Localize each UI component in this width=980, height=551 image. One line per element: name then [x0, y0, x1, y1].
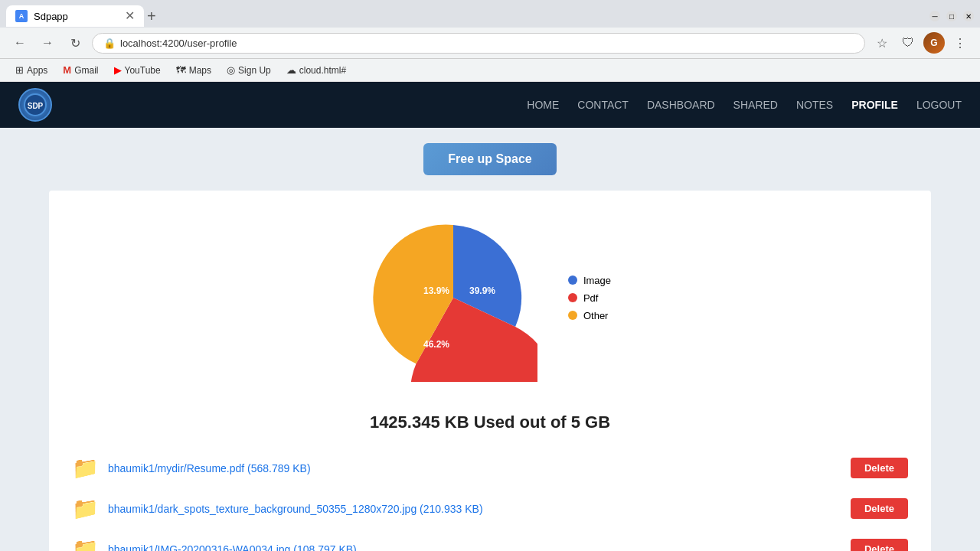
legend-image: Image: [568, 275, 611, 286]
page-content: Free up Space: [0, 128, 980, 551]
nav-notes[interactable]: NOTES: [796, 99, 833, 111]
cloud-icon: ☁: [286, 64, 296, 76]
svg-text:46.2%: 46.2%: [423, 339, 449, 350]
folder-icon-0: 📁: [72, 455, 99, 481]
maximize-button[interactable]: □: [946, 11, 957, 21]
storage-info: 1425.345 KB Used out of 5 GB: [72, 412, 908, 432]
file-item-1: 📁 bhaumik1/dark_spots_texture_background…: [72, 496, 908, 521]
bookmark-signup-label: Sign Up: [238, 65, 271, 76]
tab-title: Sdpapp: [34, 11, 68, 22]
legend-image-label: Image: [583, 275, 611, 286]
tab-favicon: A: [15, 10, 28, 22]
folder-icon-2: 📁: [72, 536, 99, 551]
window-controls: ─ □ ✕: [929, 11, 974, 21]
chart-container: 39.9% 46.2% 13.9% Image Pdf: [72, 214, 908, 382]
legend-other-label: Other: [583, 310, 609, 321]
file-name-2: bhaumik1/IMG-20200316-WA0034.jpg (108.79…: [108, 543, 841, 552]
menu-button[interactable]: ⋮: [949, 32, 971, 54]
file-item-2: 📁 bhaumik1/IMG-20200316-WA0034.jpg (108.…: [72, 536, 908, 551]
legend-pdf: Pdf: [568, 292, 611, 304]
legend-pdf-label: Pdf: [583, 292, 599, 304]
file-name-1: bhaumik1/dark_spots_texture_background_5…: [108, 503, 841, 515]
forward-button[interactable]: →: [37, 32, 58, 54]
bookmark-signup[interactable]: ◎ Sign Up: [220, 62, 277, 78]
delete-button-0[interactable]: Delete: [851, 458, 908, 478]
free-up-space-button[interactable]: Free up Space: [423, 143, 556, 175]
signup-icon: ◎: [227, 64, 235, 76]
legend-other-dot: [568, 311, 577, 320]
apps-icon: ⊞: [15, 64, 24, 76]
youtube-icon: ▶: [114, 64, 122, 76]
address-bar[interactable]: 🔒 localhost:4200/user-profile: [92, 33, 865, 54]
chart-legend: Image Pdf Other: [568, 275, 611, 321]
file-name-0: bhaumik1/mydir/Resume.pdf (568.789 KB): [108, 462, 841, 474]
bookmark-cloud-label: cloud.html#: [299, 65, 346, 76]
bookmark-gmail-label: Gmail: [74, 65, 98, 76]
nav-logout[interactable]: LOGOUT: [916, 99, 962, 111]
free-up-btn-container: Free up Space: [0, 143, 980, 175]
bookmark-youtube-label: YouTube: [125, 65, 161, 76]
nav-contact[interactable]: CONTACT: [577, 99, 629, 111]
bookmark-maps-label: Maps: [189, 65, 211, 76]
maps-icon: 🗺: [176, 64, 186, 76]
legend-pdf-dot: [568, 293, 577, 302]
app-navbar: SDP HOME CONTACT DASHBOARD SHARED NOTES …: [0, 82, 980, 128]
nav-profile[interactable]: PROFILE: [851, 99, 898, 111]
new-tab-button[interactable]: +: [147, 8, 156, 25]
scrollable-content: 39.9% 46.2% 13.9% Image Pdf: [49, 191, 931, 551]
bookmarks-bar: ⊞ Apps M Gmail ▶ YouTube 🗺 Maps ◎ Sign U…: [0, 59, 980, 82]
nav-dashboard[interactable]: DASHBOARD: [647, 99, 715, 111]
bookmark-youtube[interactable]: ▶ YouTube: [108, 62, 167, 78]
browser-chrome: A Sdpapp ✕ + ─ □ ✕ ← → ↻ 🔒 localhost:420…: [0, 0, 980, 551]
toolbar-icons: ☆ 🛡 G ⋮: [871, 32, 971, 54]
nav-shared[interactable]: SHARED: [733, 99, 778, 111]
title-bar: A Sdpapp ✕ + ─ □ ✕: [0, 0, 980, 28]
file-item-0: 📁 bhaumik1/mydir/Resume.pdf (568.789 KB)…: [72, 455, 908, 481]
bookmark-apps[interactable]: ⊞ Apps: [9, 62, 54, 78]
svg-text:13.9%: 13.9%: [423, 285, 449, 296]
bookmark-button[interactable]: ☆: [871, 32, 893, 54]
gmail-icon: M: [63, 64, 71, 76]
app-logo: SDP: [18, 88, 52, 122]
bookmark-maps[interactable]: 🗺 Maps: [170, 62, 217, 78]
browser-toolbar: ← → ↻ 🔒 localhost:4200/user-profile ☆ 🛡 …: [0, 28, 980, 59]
url-text: localhost:4200/user-profile: [120, 37, 237, 49]
svg-text:39.9%: 39.9%: [469, 285, 495, 296]
folder-icon-1: 📁: [72, 496, 99, 521]
svg-text:SDP: SDP: [28, 102, 44, 110]
file-list: 📁 bhaumik1/mydir/Resume.pdf (568.789 KB)…: [72, 455, 908, 551]
profile-avatar[interactable]: G: [923, 32, 945, 54]
bookmark-gmail[interactable]: M Gmail: [57, 62, 104, 78]
bookmark-cloud[interactable]: ☁ cloud.html#: [280, 62, 352, 78]
nav-home[interactable]: HOME: [527, 99, 559, 111]
minimize-button[interactable]: ─: [929, 11, 940, 21]
reload-button[interactable]: ↻: [64, 32, 86, 54]
legend-other: Other: [568, 310, 611, 321]
tab-close-button[interactable]: ✕: [125, 10, 135, 22]
delete-button-1[interactable]: Delete: [851, 498, 908, 519]
close-button[interactable]: ✕: [963, 11, 974, 21]
legend-image-dot: [568, 276, 577, 285]
pie-chart: 39.9% 46.2% 13.9%: [369, 214, 537, 382]
app-nav-links: HOME CONTACT DASHBOARD SHARED NOTES PROF…: [527, 99, 962, 111]
back-button[interactable]: ←: [9, 32, 31, 54]
bookmark-apps-label: Apps: [27, 65, 47, 76]
browser-tab[interactable]: A Sdpapp ✕: [6, 5, 144, 27]
shield-button[interactable]: 🛡: [897, 32, 919, 54]
delete-button-2[interactable]: Delete: [851, 539, 908, 551]
